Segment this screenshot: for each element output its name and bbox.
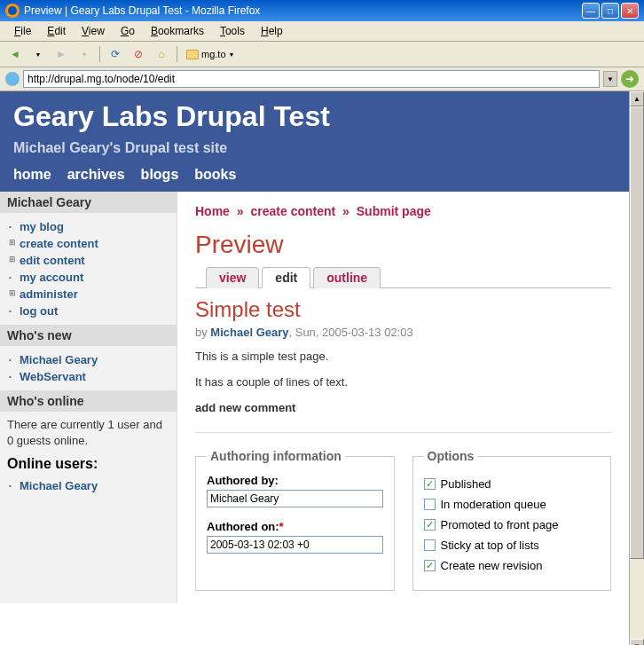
url-history-dropdown[interactable]: ▼ — [603, 71, 617, 87]
menu-my-account[interactable]: my account — [7, 269, 169, 286]
option-revision[interactable]: ✓ Create new revision — [424, 559, 601, 572]
node-submitted: by Michael Geary, Sun, 2005-03-13 02:03 — [195, 326, 611, 339]
online-user-item[interactable]: Michael Geary — [7, 477, 169, 494]
menu-edit-content[interactable]: edit content — [7, 252, 169, 269]
stop-button[interactable]: ⊘ — [129, 44, 148, 64]
option-published[interactable]: ✓ Published — [424, 477, 601, 491]
main-content: Home » create content » Submit page Prev… — [177, 192, 629, 603]
checkbox-icon — [424, 539, 436, 551]
menu-log-out[interactable]: log out — [7, 303, 169, 319]
user-menu: my blog create content edit content my a… — [7, 218, 169, 319]
nav-home[interactable]: home — [13, 167, 51, 183]
breadcrumb-current: Submit page — [357, 204, 431, 218]
local-tabs: view edit outline — [195, 266, 611, 288]
node-body: This is a simple test page. It has a cou… — [195, 350, 611, 389]
tab-view[interactable]: view — [206, 267, 259, 288]
tab-edit[interactable]: edit — [262, 267, 310, 288]
menu-administer[interactable]: administer — [7, 286, 169, 303]
node-title: Simple test — [195, 297, 611, 322]
menu-go[interactable]: Go — [114, 23, 142, 39]
bookmark-item[interactable]: mg.to ▼ — [183, 48, 238, 60]
checkbox-icon: ✓ — [424, 478, 436, 490]
go-button[interactable]: ➜ — [621, 70, 639, 88]
site-tagline: Michael Geary's Drupal test site — [13, 140, 616, 156]
online-count-text: There are currently 1 user and 0 guests … — [7, 417, 169, 449]
menu-help[interactable]: Help — [254, 23, 290, 39]
authored-on-input[interactable] — [207, 536, 383, 554]
primary-nav: home archives blogs books — [13, 167, 616, 183]
author-link[interactable]: Michael Geary — [210, 326, 288, 339]
vertical-scrollbar[interactable]: ▲ ▼ — [629, 91, 644, 645]
navigation-toolbar: ◄ ▼ ► ▼ ⟳ ⊘ ⌂ mg.to ▼ — [0, 42, 644, 67]
new-user-item[interactable]: Michael Geary — [7, 351, 169, 368]
firefox-icon — [5, 4, 20, 18]
url-input[interactable] — [23, 70, 600, 88]
new-user-item[interactable]: WebServant — [7, 368, 169, 385]
menu-create-content[interactable]: create content — [7, 235, 169, 252]
site-header: Geary Labs Drupal Test Michael Geary's D… — [0, 91, 629, 192]
checkbox-icon — [424, 499, 436, 510]
address-toolbar: ▼ ➜ — [0, 67, 644, 91]
folder-icon — [186, 50, 199, 59]
online-users-heading: Online users: — [7, 456, 169, 472]
forward-button[interactable]: ► — [51, 44, 71, 64]
authored-by-input[interactable] — [207, 490, 383, 507]
nav-books[interactable]: books — [194, 167, 236, 183]
nav-archives[interactable]: archives — [67, 167, 125, 183]
scroll-thumb[interactable] — [630, 106, 644, 559]
menu-edit[interactable]: Edit — [40, 23, 73, 39]
checkbox-icon: ✓ — [424, 519, 436, 531]
authored-by-label: Authored by: — [207, 474, 383, 487]
authoring-legend: Authoring information — [207, 449, 345, 463]
scroll-up-button[interactable]: ▲ — [630, 91, 644, 106]
site-title: Geary Labs Drupal Test — [13, 100, 616, 133]
scroll-down-button[interactable]: ▼ — [630, 639, 644, 645]
authored-on-label: Authored on:* — [207, 520, 383, 533]
site-favicon-icon — [5, 72, 20, 86]
whos-new-title: Who's new — [0, 325, 177, 346]
back-dropdown[interactable]: ▼ — [28, 44, 48, 64]
options-legend: Options — [424, 449, 478, 463]
breadcrumb-home[interactable]: Home — [195, 204, 230, 218]
maximize-button[interactable]: □ — [601, 3, 619, 19]
scroll-track[interactable] — [630, 106, 644, 639]
checkbox-icon: ✓ — [424, 560, 436, 571]
options-fieldset: Options ✓ Published In moderation queue … — [412, 449, 612, 591]
nav-blogs[interactable]: blogs — [141, 167, 179, 183]
breadcrumb-create[interactable]: create content — [250, 204, 335, 218]
minimize-button[interactable]: — — [582, 3, 600, 19]
menu-my-blog[interactable]: my blog — [7, 218, 169, 235]
menubar: File Edit View Go Bookmarks Tools Help — [0, 21, 644, 42]
bookmark-label: mg.to — [201, 49, 226, 59]
menu-bookmarks[interactable]: Bookmarks — [144, 23, 211, 39]
menu-file[interactable]: File — [7, 23, 38, 39]
home-button[interactable]: ⌂ — [152, 44, 171, 64]
option-promoted[interactable]: ✓ Promoted to front page — [424, 518, 601, 531]
option-moderation[interactable]: In moderation queue — [424, 498, 601, 511]
reload-button[interactable]: ⟳ — [106, 44, 125, 64]
sidebar: Michael Geary my blog create content edi… — [0, 192, 177, 603]
tab-outline[interactable]: outline — [313, 267, 381, 288]
close-button[interactable]: ✕ — [621, 3, 639, 19]
menu-view[interactable]: View — [75, 23, 112, 39]
window-titlebar: Preview | Geary Labs Drupal Test - Mozil… — [0, 0, 644, 21]
back-button[interactable]: ◄ — [5, 44, 25, 64]
add-comment-link[interactable]: add new comment — [195, 401, 611, 414]
whos-online-title: Who's online — [0, 390, 177, 412]
authoring-fieldset: Authoring information Authored by: Autho… — [195, 449, 395, 591]
user-block-title: Michael Geary — [0, 192, 177, 213]
breadcrumb: Home » create content » Submit page — [195, 204, 611, 218]
menu-tools[interactable]: Tools — [213, 23, 252, 39]
forward-dropdown[interactable]: ▼ — [75, 44, 94, 64]
page-heading: Preview — [195, 231, 611, 259]
option-sticky[interactable]: Sticky at top of lists — [424, 539, 601, 552]
window-title: Preview | Geary Labs Drupal Test - Mozil… — [24, 4, 260, 17]
